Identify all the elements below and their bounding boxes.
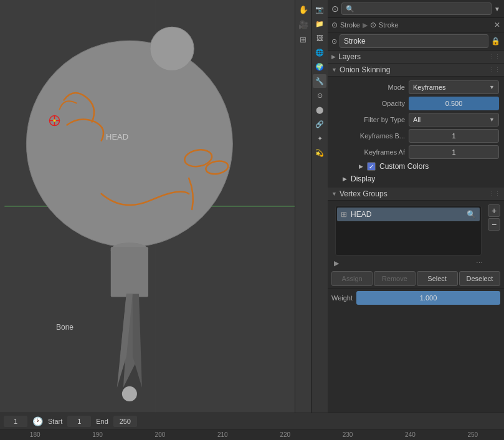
keyframes-af-text: 1 [452,148,455,156]
ruler-num-250: 250 [442,431,504,438]
weight-value: 1.000 [420,294,437,302]
svg-rect-6 [111,247,148,297]
svg-point-13 [49,116,59,126]
opacity-row: Opacity 0.500 [328,95,504,112]
opacity-field[interactable]: 0.500 [409,97,499,110]
current-frame-input[interactable] [4,416,27,427]
filter-dropdown[interactable]: All ▼ [409,113,499,127]
vg-side-buttons: + − [485,203,500,269]
remove-button[interactable]: Remove [374,271,415,286]
ruler-num-200: 200 [129,431,191,438]
mode-dropdown[interactable]: Keyframes ▼ [409,80,499,94]
prop-search-input[interactable] [341,2,492,15]
material-props-icon[interactable]: ⬤ [313,103,326,117]
weight-field[interactable]: 1.000 [356,291,500,305]
layers-section-header[interactable]: Layers ⋮⋮ [328,50,504,64]
camera-tool-icon[interactable]: 🎥 [297,17,310,31]
svg-point-5 [111,242,148,257]
bone-label: Bone [56,323,74,332]
svg-marker-7 [120,294,139,387]
timeline-bar: 🕐 Start End [0,413,504,429]
keyframes-b-value: 1 [409,129,499,143]
keyframes-b-row: Keyframes B... 1 [328,128,504,144]
prop-header: ⊙ ▼ [328,0,504,18]
keyframes-af-label: Keyframes Af [343,148,405,156]
output-props-icon[interactable]: 📁 [313,17,326,31]
prop-dropdown-arrow[interactable]: ▼ [494,6,500,12]
particle-props-icon[interactable]: ✦ [313,132,326,145]
vg-item-icon: ⊞ [341,210,347,219]
breadcrumb-close[interactable]: ✕ [494,21,500,29]
svg-marker-8 [117,294,133,387]
viewport[interactable]: HEAD Bone ✋ 🎥 ⊞ [0,0,311,413]
ruler-num-190: 190 [66,431,128,438]
vg-list[interactable]: ⊞ HEAD 🔍 [335,206,482,256]
data-field-row: ⊙ 🔒 [328,32,504,50]
keyframes-b-label: Keyframes B... [343,132,405,140]
deselect-button[interactable]: Deselect [459,271,500,286]
data-field-input[interactable] [340,34,488,48]
select-button[interactable]: Select [417,271,458,286]
vertex-groups-section-header[interactable]: Vertex Groups ⋮⋮ [328,188,504,201]
custom-colors-checkbox[interactable]: ✓ [367,162,376,171]
breadcrumb-label2[interactable]: Stroke [379,21,399,29]
display-expand[interactable] [343,176,347,182]
scene-props-icon[interactable]: 🌐 [313,45,326,59]
onion-expand-icon [331,67,337,73]
ruler-num-240: 240 [379,431,441,438]
ruler-numbers: 180 190 200 210 220 230 240 250 [4,431,504,438]
assign-button[interactable]: Assign [331,271,373,286]
layers-dots: ⋮⋮ [489,54,500,60]
data-props-icon[interactable]: ⊙ [313,88,326,102]
keyframes-b-field[interactable]: 1 [409,129,499,143]
modifier-props-icon[interactable]: 🔧 [313,74,326,88]
onion-section-header[interactable]: Onion Skinning ⋮⋮ [328,64,504,77]
custom-colors-expand[interactable] [359,163,363,170]
start-frame-input[interactable] [67,416,91,427]
display-label: Display [351,175,375,183]
layers-expand-icon [331,54,336,60]
constraint-props-icon[interactable]: 🔗 [313,117,326,131]
vg-list-wrap: ⊞ HEAD 🔍 ▶ ⋯ [331,203,485,269]
filter-row: Filter by Type All ▼ [328,112,504,128]
svg-point-12 [205,160,229,176]
display-row: Display [328,173,504,185]
vg-item-name: HEAD [351,210,463,219]
grid-tool-icon[interactable]: ⊞ [297,32,310,46]
breadcrumb: ⊙ Stroke ▶ ⊙ Stroke ✕ [328,18,504,32]
opacity-value: 0.500 [409,97,499,110]
breadcrumb-icon2: ⊙ [370,21,376,29]
keyframes-af-field[interactable]: 1 [409,145,499,159]
opacity-value-text: 0.500 [445,100,463,107]
vg-item-btn[interactable]: 🔍 [467,210,476,219]
vg-section-label: Vertex Groups [340,189,388,198]
world-props-icon[interactable]: 🌍 [313,60,326,74]
end-frame-input[interactable] [113,416,137,427]
keyframes-b-text: 1 [452,132,455,140]
vg-remove-btn[interactable]: − [488,218,500,231]
ruler-num-220: 220 [254,431,316,438]
vg-with-buttons: ⊞ HEAD 🔍 ▶ ⋯ + [328,203,504,269]
physics-props-icon[interactable]: 💫 [313,146,326,160]
svg-point-10 [122,386,137,401]
keyframes-af-row: Keyframes Af 1 [328,144,504,160]
vg-play-icon[interactable]: ▶ [334,259,339,267]
prop-header-icon: ⊙ [331,4,339,14]
data-field-lock-icon[interactable]: 🔒 [491,37,500,45]
vg-item[interactable]: ⊞ HEAD 🔍 [337,208,480,221]
vg-menu-icon[interactable]: ⋯ [476,259,483,267]
breadcrumb-icon1: ⊙ [331,21,338,29]
filter-dropdown-text: All [413,116,421,123]
vg-section-body: ⊞ HEAD 🔍 ▶ ⋯ + [328,201,504,309]
hand-tool-icon[interactable]: ✋ [297,2,310,16]
breadcrumb-label1[interactable]: Stroke [340,21,360,29]
view-layer-props-icon[interactable]: 🖼 [313,31,326,45]
filter-value: All ▼ [409,113,499,127]
vg-dots: ⋮⋮ [489,191,500,197]
mode-label: Mode [343,84,405,91]
ruler-num-230: 230 [316,431,379,438]
render-props-icon[interactable]: 📷 [313,2,326,16]
custom-colors-row: ✓ Custom Colors [328,160,504,173]
vg-add-btn[interactable]: + [488,204,500,217]
end-label: End [96,418,108,425]
